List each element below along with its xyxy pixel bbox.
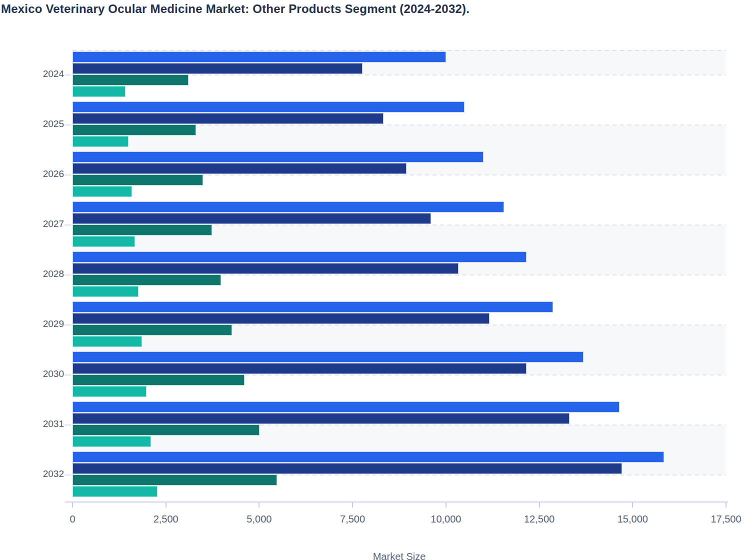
bar — [72, 386, 146, 397]
x-axis-tick — [632, 502, 633, 508]
x-axis-tick-label: 15,000 — [602, 514, 662, 525]
y-axis-label: 2029 — [0, 318, 64, 330]
bar — [72, 113, 384, 124]
x-axis-tick — [446, 502, 446, 508]
x-axis-tick — [258, 502, 260, 508]
plot-area — [72, 50, 726, 502]
y-axis-label: 2032 — [0, 468, 64, 480]
bar — [72, 486, 158, 497]
bar — [72, 213, 431, 224]
bar — [72, 152, 484, 162]
x-axis-line — [65, 502, 728, 502]
x-axis-tick-label: 0 — [42, 514, 102, 525]
bar — [72, 324, 232, 336]
x-axis-tick-label: 7,500 — [322, 514, 382, 525]
x-axis-title: Market Size — [324, 551, 474, 560]
bar — [72, 124, 196, 136]
bar — [72, 313, 490, 324]
y-axis-label: 2028 — [0, 268, 64, 280]
bar — [72, 252, 526, 262]
x-axis-tick — [726, 502, 726, 508]
x-axis-tick-label: 5,000 — [229, 514, 289, 525]
bar — [72, 163, 406, 174]
y-axis-label: 2031 — [0, 418, 64, 430]
bar — [72, 424, 260, 436]
bar — [72, 86, 126, 97]
bar — [72, 302, 553, 312]
chart-canvas: Mexico Veterinary Ocular Medicine Market… — [0, 0, 754, 560]
bar — [72, 202, 504, 212]
x-axis-tick-label: 17,500 — [696, 514, 754, 525]
y-axis-label: 2024 — [0, 68, 64, 80]
bar — [72, 52, 446, 62]
bar — [72, 374, 244, 386]
y-axis-tick — [64, 74, 72, 76]
bar — [72, 463, 622, 474]
y-axis-tick — [64, 474, 72, 476]
bar — [72, 174, 203, 186]
bar — [72, 274, 221, 286]
x-axis-tick-label: 10,000 — [416, 514, 476, 525]
y-axis-label: 2026 — [0, 168, 64, 180]
x-axis-tick — [539, 502, 540, 508]
y-axis-tick — [64, 174, 72, 176]
bar — [72, 224, 212, 236]
bar — [72, 236, 135, 247]
bar — [72, 136, 128, 147]
bar — [72, 74, 188, 86]
y-axis-tick — [64, 374, 72, 376]
bar — [72, 336, 142, 347]
y-axis-label: 2030 — [0, 368, 64, 380]
bar-chart: Market Size 2024202520262027202820292030… — [0, 0, 754, 560]
y-axis-tick — [64, 424, 72, 426]
bar — [72, 363, 526, 374]
y-axis-label: 2025 — [0, 118, 64, 130]
x-axis-tick — [166, 502, 166, 508]
bar — [72, 474, 277, 486]
bar — [72, 63, 362, 74]
bar — [72, 452, 664, 462]
bar — [72, 413, 570, 424]
y-axis-tick — [64, 274, 72, 276]
bar — [72, 263, 458, 274]
bar — [72, 436, 151, 447]
y-axis-tick — [64, 324, 72, 326]
bar — [72, 402, 620, 412]
bar — [72, 102, 464, 112]
x-axis-tick — [352, 502, 353, 508]
x-axis-tick-label: 2,500 — [136, 514, 196, 525]
bar — [72, 352, 584, 362]
bar — [72, 286, 138, 297]
y-axis-tick — [64, 124, 72, 126]
gridline-top — [72, 50, 726, 51]
x-axis-tick — [72, 502, 73, 508]
x-axis-tick-label: 12,500 — [510, 514, 570, 525]
bar — [72, 186, 132, 197]
y-axis-label: 2027 — [0, 218, 64, 230]
y-axis-tick — [64, 224, 72, 226]
